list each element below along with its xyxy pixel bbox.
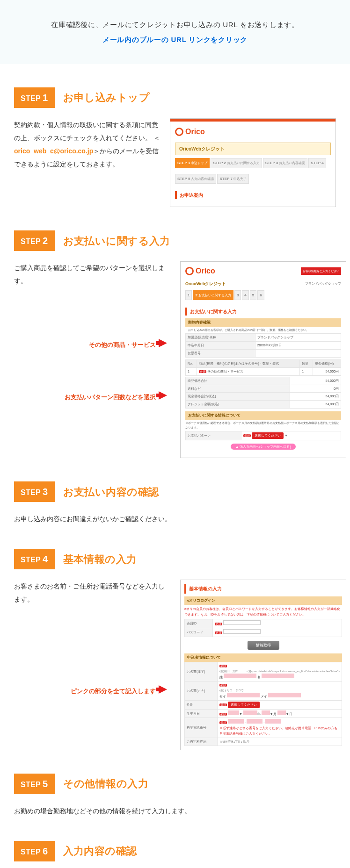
step-badge: STEP 4 [14, 549, 55, 569]
callout-label: お支払いパターン回数などを選択 [14, 392, 159, 402]
orico-subheader: OricoWebクレジット [175, 143, 331, 155]
arrow-right-icon [159, 391, 167, 400]
badge-num: 1 [43, 90, 48, 106]
step-3: STEP 3 お支払い内容の確認 お申し込み内容にお間違えがないかご確認ください… [0, 481, 350, 549]
step-1: STEP 1 お申し込みトップ 契約約款・個人情報の取扱いに関する条項に同意の上… [0, 87, 350, 230]
callout-2: お支払いパターン回数などを選択 [14, 391, 171, 403]
orico-section: お申込案内 [175, 191, 331, 199]
intro-line2: メール内のブルーの URL リンクをクリック [9, 34, 341, 46]
screenshot-step2: Orico お客様情報をご入力ください OricoWebクレジット ブランドバッ… [180, 261, 346, 458]
orico-logo: Orico [175, 125, 331, 138]
step-2: STEP 2 お支払いに関する入力 ご購入商品を確認してご希望のパターンを選択し… [0, 230, 350, 481]
step-text: お勤めの場合勤務地などその他の情報を続けて入力します。 [14, 804, 336, 818]
screenshot-step1: Orico OricoWebクレジット STEP 1申込トップ STEP 2お支… [170, 118, 336, 207]
step-text: ご購入商品を確認してご希望のパターンを選択します。 [14, 261, 171, 287]
step-badge: STEP 1 [14, 87, 55, 108]
screenshot-step4: 基本情報の入力 eオリコログイン eオリコ会員のお客様は、会員IDとパスワードを… [180, 580, 346, 750]
step-header: STEP 1 お申し込みトップ [14, 87, 336, 108]
fetch-info-button[interactable]: 情報取得 [248, 641, 279, 650]
orico-logo: Orico [185, 265, 215, 277]
orico-step-pills: STEP 1申込トップ STEP 2お支払いに関する入力 STEP 3お支払い内… [170, 155, 335, 171]
step-badge: STEP 3 [14, 481, 55, 502]
step-title: 基本情報の入力 [63, 551, 137, 568]
step-badge: STEP 5 [14, 774, 55, 794]
step-title: お申し込みトップ [63, 89, 150, 106]
step-text: お客さまのお名前・ご住所お電話番号などを入力します。 [14, 580, 171, 606]
arrow-right-icon [159, 339, 167, 347]
step-5: STEP 5 その他情報の入力 お勤めの場合勤務地などその他の情報を続けて入力し… [0, 774, 350, 841]
step-text: 契約約款・個人情報の取扱いに関する条項に同意の上、ボックスにチェックを入れてくだ… [14, 118, 160, 171]
step-6: STEP 6 入力内容の確認 入力されたすべての情報をご確認いただき、" 申込み… [0, 841, 350, 868]
intro-box: 在庫確認後に、メールにてクレジットお申し込みの URL をお送りします。 メール… [0, 0, 350, 64]
step-badge: STEP 6 [14, 841, 55, 861]
callout-1: その他の商品・サービス [14, 339, 171, 351]
step-title: 入力内容の確認 [63, 842, 137, 860]
step-4: STEP 4 基本情報の入力 お客さまのお名前・ご住所お電話番号などを入力します… [0, 549, 350, 774]
step-text: お申し込み内容にお間違えがないかご確認ください。 [14, 512, 336, 525]
step-title: その他情報の入力 [63, 775, 149, 792]
step-title: お支払い内容の確認 [63, 483, 159, 501]
step-badge: STEP 2 [14, 230, 55, 251]
callout-label: ピンクの部分を全て記入します [14, 686, 159, 696]
callout-pink: ピンクの部分を全て記入します [14, 685, 171, 697]
callout-label: その他の商品・サービス [14, 340, 159, 350]
arrow-right-icon [159, 685, 167, 694]
badge-prefix: STEP [21, 92, 41, 105]
email-address: orico_web_c@orico.co.jp [14, 147, 93, 155]
step-title: お支払いに関する入力 [63, 232, 170, 250]
text-before: 契約約款・個人情報の取扱いに関する条項に同意の上、ボックスにチェックを入れてくだ… [14, 121, 160, 142]
intro-line1: 在庫確認後に、メールにてクレジットお申し込みの URL をお送りします。 [9, 19, 341, 31]
